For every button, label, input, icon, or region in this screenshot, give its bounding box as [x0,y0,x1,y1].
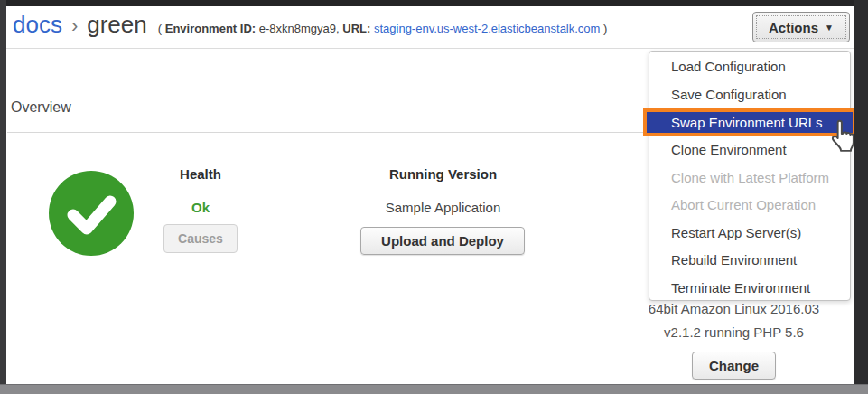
environment-id-label: Environment ID: [165,22,256,35]
running-version-column: Running Version Sample Application [350,166,536,215]
actions-menu-item[interactable]: Clone Environment [649,136,850,164]
actions-button-label: Actions [769,20,818,35]
header-divider [6,48,854,49]
url-label: URL: [342,22,370,35]
upload-and-deploy-button[interactable]: Upload and Deploy [360,227,525,255]
paren-close: ) [603,22,607,35]
actions-menu-item: Abort Current Operation [649,192,850,220]
actions-menu-item[interactable]: Restart App Server(s) [649,220,850,248]
running-version-value: Sample Application [350,200,536,215]
environment-id-value: e-8xkn8mgya9, [259,22,340,35]
platform-line2: v2.1.2 running PHP 5.6 [614,321,854,344]
health-label: Health [143,166,258,182]
frame-right-band [854,0,868,384]
health-column: Health Ok [143,166,258,215]
frame-left-band [0,0,6,384]
actions-menu-item: Clone with Latest Platform [649,164,850,192]
breadcrumb-separator: › [71,14,78,38]
cursor-pointer-icon [827,119,858,159]
frame-top-band [0,0,868,6]
caret-down-icon: ▼ [825,23,834,33]
causes-button[interactable]: Causes [163,224,238,253]
actions-button[interactable]: Actions ▼ [752,12,850,42]
running-version-label: Running Version [350,166,536,182]
health-status-value: Ok [143,200,258,215]
actions-menu-item[interactable]: Save Configuration [649,81,850,109]
environment-url-link[interactable]: staging-env.us-west-2.elasticbeanstalk.c… [374,22,601,35]
breadcrumb: docs › green ( Environment ID: e-8xkn8mg… [13,11,607,39]
actions-menu-item[interactable]: Terminate Environment [649,275,850,303]
platform-column: 64bit Amazon Linux 2016.03 v2.1.2 runnin… [614,297,854,344]
actions-menu-item[interactable]: Swap Environment URLs [643,108,856,136]
change-button[interactable]: Change [692,352,776,380]
actions-menu: Load ConfigurationSave ConfigurationSwap… [649,51,851,301]
paren-open: ( [158,22,162,35]
actions-menu-item[interactable]: Rebuild Environment [649,247,850,275]
frame-bottom-band [0,384,868,394]
overview-title: Overview [11,99,71,116]
breadcrumb-app-link[interactable]: docs [13,11,62,39]
environment-name: green [87,11,147,39]
environment-info: ( Environment ID: e-8xkn8mgya9, URL: sta… [158,22,608,35]
health-ok-check-icon [49,171,134,256]
actions-menu-item[interactable]: Load Configuration [649,53,850,81]
